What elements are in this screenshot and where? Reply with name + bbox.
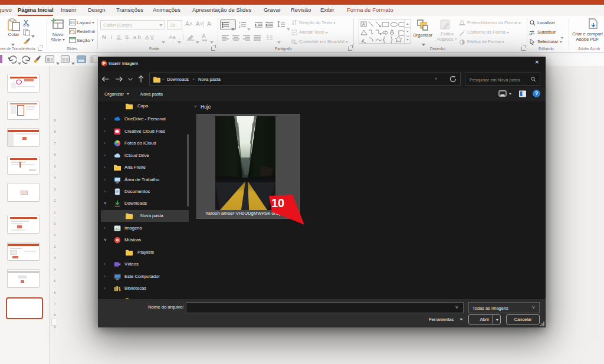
svg-text:10: 10	[271, 196, 284, 209]
svg-text:1: 1	[239, 22, 241, 25]
svg-text:P: P	[103, 61, 106, 66]
svg-text:2: 2	[239, 25, 241, 28]
svg-text:b: b	[529, 32, 531, 36]
